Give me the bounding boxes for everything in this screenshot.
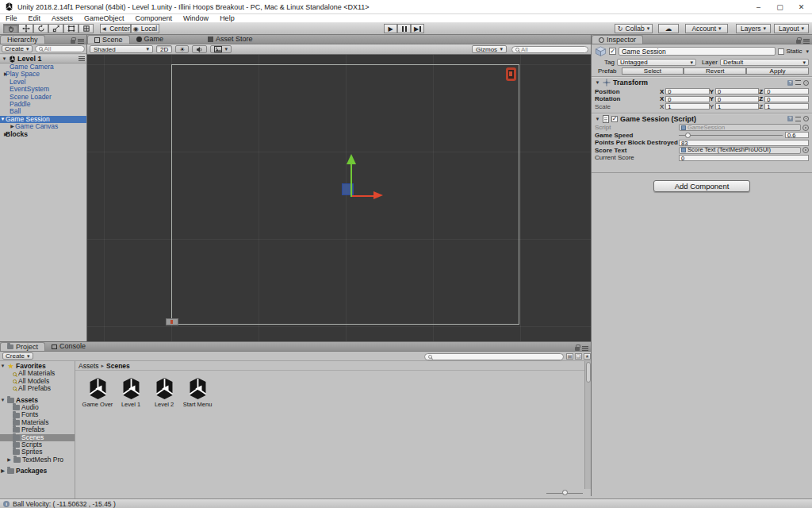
effects-dropdown-button[interactable]: ▾: [210, 45, 232, 53]
prefab-apply-button[interactable]: Apply: [746, 67, 809, 75]
menu-gameobject[interactable]: GameObject: [79, 14, 130, 22]
step-button[interactable]: ▶: [411, 24, 424, 33]
icon-size-slider[interactable]: [546, 490, 583, 496]
menu-assets[interactable]: Assets: [46, 14, 79, 22]
script-object-field[interactable]: GameSession: [679, 124, 801, 131]
gear-icon[interactable]: [803, 116, 809, 121]
slider-knob[interactable]: [562, 490, 568, 495]
rotate-tool-button[interactable]: [33, 24, 48, 33]
tree-packages[interactable]: ▶ Packages: [0, 468, 75, 475]
menu-window[interactable]: Window: [178, 14, 214, 22]
tab-game[interactable]: Game: [130, 35, 170, 44]
scale-z-field[interactable]: 1: [764, 103, 809, 110]
prefab-revert-button[interactable]: Revert: [684, 67, 746, 75]
tab-scene[interactable]: Scene: [87, 35, 130, 44]
script-enabled-checkbox[interactable]: ✓: [611, 116, 618, 122]
lock-icon[interactable]: [796, 40, 801, 44]
prefab-select-button[interactable]: Select: [622, 67, 684, 75]
hand-tool-button[interactable]: [3, 24, 18, 33]
scene-menu-icon[interactable]: [79, 56, 85, 61]
lock-icon[interactable]: [575, 347, 580, 351]
position-y-field[interactable]: 0: [715, 88, 759, 94]
tab-inspector[interactable]: Inspector: [592, 35, 643, 44]
foldout-icon[interactable]: ▼: [595, 80, 600, 85]
menu-help[interactable]: Help: [214, 14, 240, 22]
panel-menu-icon[interactable]: [78, 39, 84, 44]
asset-level-1[interactable]: Level 1: [115, 377, 147, 408]
hierarchy-search-input[interactable]: All: [35, 45, 85, 52]
hoop-sprite[interactable]: [506, 67, 516, 81]
account-dropdown[interactable]: Account ▾: [685, 24, 728, 33]
position-x-field[interactable]: 0: [665, 88, 709, 94]
collab-button[interactable]: ↻ Collab ▾: [615, 24, 653, 33]
help-icon[interactable]: ?: [787, 80, 793, 86]
scene-search-input[interactable]: All: [511, 46, 588, 53]
score-text-object-field[interactable]: Score Text (TextMeshProUGUI): [679, 147, 801, 154]
rect-tool-button[interactable]: [63, 24, 79, 33]
transform-tool-button[interactable]: [79, 24, 94, 33]
layer-dropdown[interactable]: Default ▾: [720, 59, 809, 66]
gameobject-name-field[interactable]: Game Session: [619, 47, 776, 56]
close-button[interactable]: ✕: [791, 0, 812, 13]
game-speed-slider[interactable]: [679, 132, 783, 139]
object-picker-icon[interactable]: [802, 147, 809, 153]
foldout-icon[interactable]: ▶: [0, 71, 6, 78]
cloud-button[interactable]: ☁: [658, 24, 679, 33]
status-bar[interactable]: i Ball Velocity: ( -11.50632 , -15.45 ): [0, 498, 812, 508]
active-checkbox[interactable]: ✓: [609, 48, 616, 55]
rotation-z-field[interactable]: 0: [764, 96, 809, 102]
tag-dropdown[interactable]: Untagged ▾: [617, 59, 696, 66]
layers-dropdown[interactable]: Layers ▾: [736, 24, 771, 33]
panel-menu-icon[interactable]: [803, 39, 810, 44]
search-by-label-icon[interactable]: ❏: [575, 353, 582, 360]
asset-level-2[interactable]: Level 2: [148, 377, 180, 408]
y-axis-gizmo[interactable]: [350, 164, 352, 197]
space-local-button[interactable]: ◉ Local: [131, 24, 159, 33]
slider-knob[interactable]: [685, 133, 691, 138]
scrollbar-thumb[interactable]: [586, 362, 591, 383]
position-z-field[interactable]: 0: [764, 88, 809, 94]
game-speed-value-field[interactable]: 0.6: [785, 132, 809, 138]
play-button[interactable]: ▶: [384, 24, 397, 33]
foldout-icon[interactable]: ▼: [2, 56, 7, 61]
presets-icon[interactable]: [795, 117, 801, 121]
scale-tool-button[interactable]: [48, 24, 63, 33]
tab-project[interactable]: Project: [0, 342, 45, 351]
x-axis-gizmo[interactable]: [352, 195, 374, 197]
menu-component[interactable]: Component: [130, 14, 178, 22]
tree-folder-textmesh-pro[interactable]: ▶TextMesh Pro: [0, 456, 75, 464]
pivot-center-button[interactable]: ◄ Center: [100, 24, 131, 33]
help-icon[interactable]: ?: [787, 116, 793, 121]
menu-file[interactable]: File: [0, 14, 23, 22]
project-scrollbar[interactable]: [584, 361, 591, 489]
project-search-input[interactable]: [424, 353, 564, 360]
foldout-icon[interactable]: ▶: [0, 131, 6, 138]
2d-toggle-button[interactable]: 2D: [156, 45, 172, 53]
layout-dropdown[interactable]: Layout ▾: [774, 24, 809, 33]
tab-asset-store[interactable]: Asset Store: [201, 35, 259, 44]
gear-icon[interactable]: [803, 80, 809, 86]
breadcrumb-assets[interactable]: Assets: [79, 362, 99, 370]
move-tool-button[interactable]: [18, 24, 33, 33]
minimize-button[interactable]: –: [748, 0, 769, 13]
paddle-sprite[interactable]: [166, 318, 178, 325]
project-create-button[interactable]: Create ▾: [2, 352, 33, 360]
project-content[interactable]: Game Over Level 1 Level 2 Start Menu: [75, 371, 584, 489]
hierarchy-item-blocks[interactable]: ▶Blocks: [0, 131, 86, 138]
search-by-type-icon[interactable]: ▤: [566, 353, 573, 360]
foldout-icon[interactable]: ▶: [6, 456, 12, 464]
hierarchy-create-button[interactable]: Create ▾: [2, 45, 33, 52]
lighting-toggle-button[interactable]: ☀: [175, 45, 189, 53]
menu-edit[interactable]: Edit: [23, 14, 47, 22]
foldout-icon[interactable]: ▼: [0, 397, 6, 404]
transform-header[interactable]: ▼ Transform ?: [592, 77, 812, 87]
pause-button[interactable]: [397, 24, 411, 33]
tree-all-prefabs[interactable]: All Prefabs: [0, 385, 75, 392]
lock-icon[interactable]: [71, 40, 75, 44]
rotation-x-field[interactable]: 0: [665, 96, 709, 102]
tab-hierarchy[interactable]: Hierarchy: [0, 35, 45, 44]
favorites-star-icon[interactable]: ★: [584, 353, 591, 360]
audio-toggle-button[interactable]: [192, 45, 207, 53]
foldout-icon[interactable]: ▼: [0, 363, 6, 370]
tab-console[interactable]: Console: [45, 342, 92, 351]
